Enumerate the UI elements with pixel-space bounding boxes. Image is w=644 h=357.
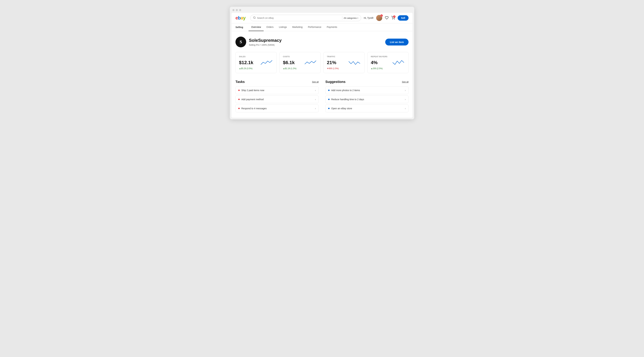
task-text-payment: Add payment method [241,98,264,101]
suggestion-dot-store [328,108,330,109]
metric-change-repeat-buyers: ▲200 (2.5%) [371,67,405,70]
browser-dot-2 [236,9,238,11]
suggestion-item-store[interactable]: Open an eBay store › [325,105,408,112]
tasks-title: Tasks [236,80,245,84]
cart-badge: 5 [393,15,396,18]
tab-payments[interactable]: Payments [324,23,340,31]
svg-point-2 [392,19,393,19]
metric-change-costs: ▲$1.19 (1.2%) [283,67,317,70]
search-icon [253,16,256,20]
suggestions-title: Suggestions [325,80,346,84]
chart-sales [260,59,273,66]
suggestions-section: Suggestions See all Add more photos to 2… [325,80,408,112]
tab-overview[interactable]: Overview [248,23,264,31]
metric-label-costs: COSTS [283,56,317,58]
suggestions-header: Suggestions See all [325,80,408,84]
chevron-right-icon-store: › [405,107,406,110]
logo-e: e [236,15,238,21]
chevron-right-icon-photos: › [405,89,406,92]
suggestion-text-store: Open an eBay store [331,107,352,110]
store-logo: S [236,37,246,47]
svg-line-1 [255,18,256,19]
tab-performance[interactable]: Performance [305,23,324,31]
category-dropdown[interactable]: All categories ▾ [344,17,358,19]
task-dot-messages [238,108,240,109]
tab-listings[interactable]: Listings [276,23,290,31]
selling-label: Selling [236,24,243,31]
nav-right: Hi, Tyrell! 2 5 [364,15,408,21]
metric-value-traffic: 21% [327,60,336,65]
suggestion-left-store: Open an eBay store [328,107,352,110]
metric-label-traffic: TRAFFIC [327,56,361,58]
suggestion-dot-handling [328,99,330,100]
suggestion-item-handling[interactable]: Reduce handling time to 2 days › [325,96,408,103]
metrics-row: SALES $12.1k ▲$5.29 (3.5%) COSTS $6.1k [236,52,408,73]
search-bar[interactable]: All categories ▾ [250,15,361,21]
browser-dot-3 [239,9,241,11]
metric-value-costs: $6.1k [283,60,295,65]
metric-label-sales: SALES [239,56,273,58]
store-rating-percent: 100% [262,44,267,46]
task-item-payment[interactable]: Add payment method › [236,96,319,103]
two-col-section: Tasks See all Ship 2 paid items now › [236,80,408,112]
selling-nav: Selling Overview Orders Listings Marketi… [232,23,412,31]
svg-point-3 [394,19,394,19]
suggestion-item-photos[interactable]: Add more photos to 2 items › [325,87,408,94]
chevron-right-icon-payment: › [315,98,316,101]
suggestion-text-handling: Reduce handling time to 2 days [331,98,364,101]
tasks-header: Tasks See all [236,80,319,84]
chevron-down-icon: ▾ [358,17,358,19]
ebay-logo: ebay [236,15,246,21]
metric-card-repeat-buyers: REPEAT BUYERS 4% ▲200 (2.5%) [367,52,408,73]
browser-chrome [230,7,414,11]
metric-value-repeat-buyers: 4% [371,60,378,65]
task-left-payment: Add payment method [238,98,264,101]
sell-button[interactable]: Sell [398,15,408,21]
tasks-see-all[interactable]: See all [312,81,319,83]
suggestion-left-photos: Add more photos to 2 items [328,89,360,92]
chart-repeat-buyers [392,59,405,66]
navbar: ebay All categories ▾ Hi, Tyrell! [232,13,412,23]
category-label: All categories [344,17,357,19]
metric-change-traffic: ▼800 (1.5%) [327,67,361,70]
suggestions-list: Add more photos to 2 items › Reduce hand… [325,87,408,112]
tasks-section: Tasks See all Ship 2 paid items now › [236,80,319,112]
task-text-ship: Ship 2 paid items now [241,89,264,92]
tasks-list: Ship 2 paid items now › Add payment meth… [236,87,319,112]
suggestion-text-photos: Add more photos to 2 items [331,89,360,92]
tab-orders[interactable]: Orders [264,23,276,31]
browser-window: ebay All categories ▾ Hi, Tyrell! [230,7,414,119]
cart-button[interactable]: 5 [391,16,395,20]
wishlist-button[interactable] [385,16,388,20]
search-input[interactable] [257,17,341,19]
notification-badge: 2 [380,14,383,17]
avatar-container[interactable]: 2 [376,15,382,21]
search-divider [342,16,342,20]
chevron-right-icon-ship: › [315,89,316,92]
logo-a: a [241,15,243,21]
task-text-messages: Respond to 4 messages [241,107,267,110]
task-left-messages: Respond to 4 messages [238,107,267,110]
metric-change-sales: ▲$5.29 (3.5%) [239,67,273,70]
store-name: SoleSupremacy [249,38,282,43]
chart-traffic [348,59,361,66]
browser-content: ebay All categories ▾ Hi, Tyrell! [232,13,412,118]
store-rating-star: ★ [272,44,274,46]
tab-marketing[interactable]: Marketing [290,23,305,31]
suggestion-dot-photos [328,90,330,91]
logo-b: b [238,15,241,21]
suggestions-see-all[interactable]: See all [402,81,408,83]
metric-card-traffic: TRAFFIC 21% ▼800 (1.5%) [323,52,364,73]
metric-main-repeat-buyers: 4% [371,59,405,66]
list-item-button[interactable]: List an item [385,39,408,46]
chevron-right-icon-handling: › [405,98,406,101]
store-separator: • [260,44,262,46]
task-item-messages[interactable]: Respond to 4 messages › [236,105,319,112]
browser-dot-1 [232,9,234,11]
metric-main-sales: $12.1k [239,59,273,66]
metric-card-sales: SALES $12.1k ▲$5.29 (3.5%) [236,52,277,73]
store-info: S SoleSupremacy Selling Pro • 100% (549★… [236,37,282,47]
task-item-ship[interactable]: Ship 2 paid items now › [236,87,319,94]
chevron-right-icon-messages: › [315,107,316,110]
metric-main-traffic: 21% [327,59,361,66]
